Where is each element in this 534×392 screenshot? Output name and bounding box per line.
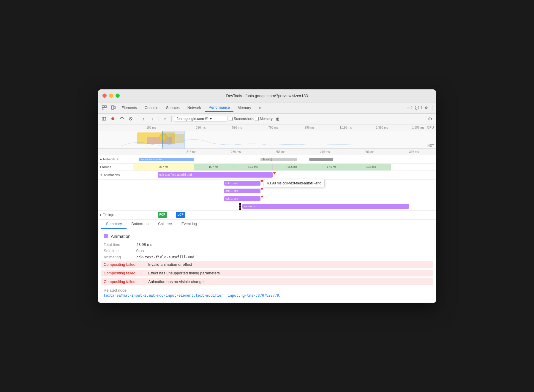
memory-checkbox-input[interactable] (255, 117, 259, 121)
settings-icon[interactable]: ⚙ (425, 106, 428, 110)
animations-label: ▼ Animations (98, 173, 133, 177)
record-button[interactable] (109, 115, 117, 123)
settings-button[interactable]: ⚙ (426, 115, 434, 123)
anim-track-3-content: transform (133, 203, 436, 210)
error-key-2: Compositing failed (104, 279, 148, 284)
frame-2: 16.8 ms (233, 164, 273, 170)
anim-sub-marker-2 (260, 196, 263, 198)
svg-rect-0 (102, 106, 104, 108)
close-button[interactable] (102, 94, 107, 98)
error-row-1: Compositing failed Effect has unsupporte… (101, 270, 433, 276)
warning-badge[interactable]: ⚠ 1 (407, 106, 413, 110)
error-spacer-1 (104, 277, 430, 278)
frame-4: 17.0 ms (312, 164, 352, 170)
animations-section: ▼ Animations cdk-text-field-autofill-end… (98, 171, 436, 211)
frame-1: 15.7 ms (194, 164, 233, 170)
error-row-0: Compositing failed Invalid animation or … (101, 261, 433, 268)
anim-sub-bar-1[interactable]: cdk-...-end (224, 189, 260, 193)
anim-sub-bar-2[interactable]: cdk-...-end (224, 196, 260, 201)
inspect-icon[interactable] (100, 104, 108, 112)
self-time-value: 0 μs (136, 249, 144, 253)
animation-tooltip: 43.98 ms cdk-text-field-autofill-end (264, 179, 325, 187)
related-node-label: Related node (104, 288, 430, 293)
main-anim-bar[interactable]: cdk-text-field-autofill-end (158, 172, 273, 178)
detail-label-0: 216 ms (169, 150, 214, 154)
home-button[interactable]: ⌂ (161, 115, 169, 123)
minimize-button[interactable] (109, 94, 113, 98)
detail-label-4: 296 ms (347, 150, 392, 154)
svg-rect-1 (105, 106, 106, 108)
url-selector[interactable]: fonts.google.com #1 ▾ (174, 116, 227, 122)
network-label-text: Network :s (103, 157, 119, 161)
animation-color-swatch (104, 234, 108, 238)
transform-bar[interactable]: transform (242, 204, 409, 209)
lcp-badge: LCP (176, 212, 185, 218)
anim-track-0: cdk-...-end 43.98 ms cdk-text-field-auto… (98, 180, 436, 187)
frame-3: 16.5 ms (273, 164, 312, 170)
total-time-value: 43.98 ms (136, 242, 152, 247)
ruler-labels: 196 ms 396 ms 596 ms 796 ms 996 ms 1,196… (121, 126, 436, 129)
screenshots-checkbox-input[interactable] (229, 117, 233, 121)
animating-label: Animating (104, 255, 136, 259)
tab-performance[interactable]: Performance (205, 104, 234, 112)
timings-row-content: FCP LCP (133, 211, 436, 219)
tab-bottom-up[interactable]: Bottom-up (127, 219, 153, 229)
sidebar-toggle-button[interactable] (100, 115, 108, 123)
detail-label-3: 276 ms (303, 150, 347, 154)
svg-rect-2 (102, 108, 104, 110)
device-icon[interactable] (109, 104, 117, 112)
total-time-row: Total time 43.98 ms (104, 242, 430, 247)
info-badge[interactable]: 💬 1 (415, 106, 422, 110)
toolbar-divider-3 (171, 116, 172, 122)
ruler-label-0: 196 ms (145, 126, 183, 129)
chevron-down-icon: ▾ (210, 117, 212, 121)
titlebar: DevTools - fonts.google.com/?preview.siz… (98, 89, 436, 102)
tab-call-tree[interactable]: Call tree (153, 219, 177, 229)
anim-sub-bar-0[interactable]: cdk-...-end (224, 181, 260, 186)
self-time-row: Self time 0 μs (104, 249, 430, 253)
error-key-0: Compositing failed (104, 262, 148, 267)
tab-sources[interactable]: Sources (162, 104, 183, 112)
detail-label-1: 236 ms (214, 150, 258, 154)
tooltip-text: 43.98 ms cdk-text-field-autofill-end (267, 181, 321, 185)
frames-row-label: Frames (98, 165, 133, 169)
frames-row: Frames 66.7 ms 15.7 ms 16.8 ms 16.5 ms 1… (98, 164, 436, 171)
traffic-lights (102, 94, 120, 98)
transform-marker (239, 203, 241, 210)
upload-button[interactable]: ↑ (140, 115, 147, 123)
tab-more[interactable]: » (255, 104, 264, 112)
summary-panel: Animation Total time 43.98 ms Self time … (98, 229, 436, 303)
svg-rect-4 (114, 106, 115, 109)
tab-memory[interactable]: Memory (234, 104, 255, 112)
animations-header-row: ▼ Animations cdk-text-field-autofill-end (98, 171, 436, 180)
tab-actions: ⚠ 1 💬 1 ⚙ ⋮ (407, 106, 434, 110)
refresh-record-button[interactable] (118, 115, 126, 123)
more-icon[interactable]: ⋮ (430, 106, 434, 110)
clear-button[interactable] (127, 115, 135, 123)
summary-title-text: Animation (111, 234, 131, 239)
ruler-label-3: 796 ms (255, 126, 291, 129)
error-value-2: Animation has no visible change (148, 279, 203, 284)
maximize-button[interactable] (116, 94, 120, 98)
tab-elements[interactable]: Elements (118, 104, 140, 112)
ruler-label-5: 1,196 ms (328, 126, 364, 129)
detail-label-2: 256 ms (258, 150, 303, 154)
overview-chart[interactable]: NET (98, 131, 436, 149)
green-marker (158, 155, 158, 163)
tab-console[interactable]: Console (141, 104, 162, 112)
detail-label-5: 316 ms (392, 150, 436, 154)
anim-track-2: cdk-...-end (98, 195, 436, 203)
tab-network[interactable]: Network (184, 104, 205, 112)
memory-label: Memory (260, 117, 273, 121)
screenshots-checkbox[interactable]: Screenshots (229, 117, 254, 121)
tab-event-log[interactable]: Event log (177, 219, 202, 229)
related-node-link[interactable]: textarea#mat-input-2.mat-mdc-input-eleme… (104, 294, 430, 298)
tab-summary[interactable]: Summary (101, 219, 127, 229)
memory-checkbox[interactable]: Memory (255, 117, 273, 121)
triangle-icon: ▶ (100, 158, 102, 161)
garbage-collect-button[interactable]: 🗑 (274, 115, 282, 123)
url-value: fonts.google.com #1 (177, 117, 209, 121)
timeline-area: 196 ms 396 ms 596 ms 796 ms 996 ms 1,196… (98, 124, 436, 219)
error-value-1: Effect has unsupported timing parameters (148, 271, 220, 275)
download-button[interactable]: ↓ (148, 115, 156, 123)
